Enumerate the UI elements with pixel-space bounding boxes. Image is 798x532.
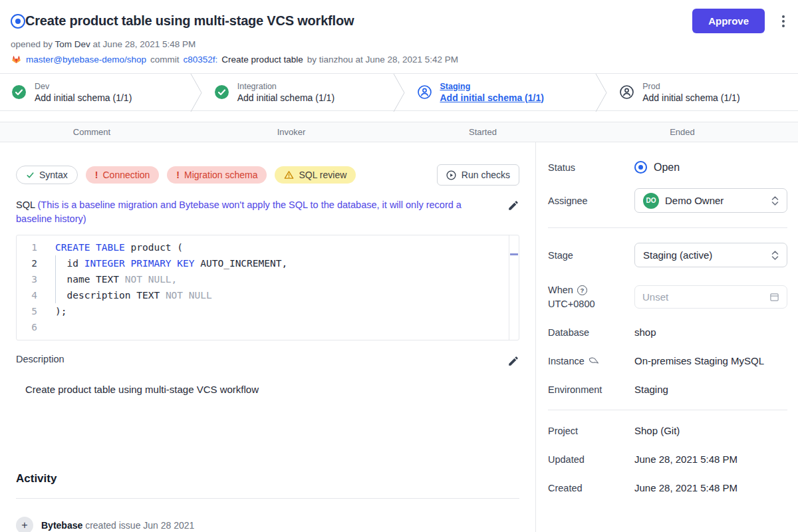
created-value: June 28, 2021 5:48 PM [634, 482, 787, 493]
stage-dev[interactable]: Dev Add initial schema (1/1) [0, 74, 190, 110]
column-header-comment: Comment [0, 127, 184, 137]
assignee-value: Demo Owner [665, 195, 724, 206]
code-token: ); [55, 306, 66, 317]
chevron-updown-icon [771, 196, 779, 206]
sidebar-divider [548, 227, 787, 228]
issue-open-icon-dot [15, 19, 21, 24]
activity-item: + Bytebase created issue Jun 28 2021 [16, 517, 519, 532]
error-exclaim-icon: ! [95, 170, 98, 180]
vcs-commit-meta: by tianzhou at June 28, 2021 5:42 PM [307, 55, 458, 65]
database-row: Database shop [548, 327, 787, 338]
stage-task: Add initial schema (1/1) [642, 92, 739, 104]
help-icon[interactable]: ? [577, 285, 587, 295]
check-badge-syntax[interactable]: Syntax [16, 166, 78, 184]
vcs-branch-repo-link[interactable]: master@bytebase-demo/shop [26, 55, 146, 65]
updated-label: Updated [548, 454, 634, 465]
line-number: 2 [17, 255, 46, 271]
check-badge-migration-schema[interactable]: ! Migration schema [167, 166, 267, 184]
code-token: NOT NULL, [125, 274, 178, 285]
code-line: 3 name TEXT NOT NULL, [17, 271, 509, 287]
check-icon [26, 171, 35, 180]
when-date-input[interactable]: Unset [634, 285, 787, 309]
code-token: name TEXT [55, 274, 125, 285]
stage-name: Prod [642, 81, 739, 92]
stage-integration[interactable]: Integration Add initial schema (1/1) [203, 74, 393, 110]
check-badge-label: Migration schema [184, 170, 258, 180]
sql-editor[interactable]: 1 CREATE TABLE product ( 2 id INTEGER PR… [16, 235, 519, 340]
run-checks-button[interactable]: Run checks [437, 164, 519, 186]
assignee-select[interactable]: DO Demo Owner [634, 188, 787, 213]
sql-baseline-note: (This is a baseline migration and Byteba… [16, 200, 462, 224]
editor-scroll-marker [510, 253, 518, 255]
updated-row: Updated June 28, 2021 5:48 PM [548, 454, 787, 465]
code-token: AUTO_INCREMENT, [195, 258, 288, 269]
vcs-commit-line: master@bytebase-demo/shop commit c80352f… [11, 54, 787, 73]
database-value: shop [634, 327, 787, 338]
stage-done-check-icon [215, 85, 229, 99]
stage-separator [393, 74, 406, 112]
assignee-avatar: DO [643, 193, 659, 209]
stage-done-check-icon [12, 85, 26, 99]
code-token: id [55, 258, 84, 269]
stage-task: Add initial schema (1/1) [35, 92, 132, 104]
chevron-updown-icon [771, 250, 779, 261]
stage-name: Integration [237, 81, 334, 92]
stage-pipeline: Dev Add initial schema (1/1) Integration… [0, 73, 798, 111]
pencil-icon [507, 355, 519, 367]
line-number: 3 [17, 271, 46, 287]
stage-task: Add initial schema (1/1) [237, 92, 334, 104]
column-header-invoker: Invoker [184, 127, 399, 137]
vcs-commit-hash-link[interactable]: c80352f: [184, 55, 218, 65]
project-value: Shop (Git) [634, 425, 787, 436]
assignee-row: Assignee DO Demo Owner [548, 188, 787, 213]
status-open-icon [634, 161, 647, 174]
stage-separator [595, 74, 608, 112]
code-token: CREATE TABLE [55, 242, 125, 253]
database-label: Database [548, 327, 634, 338]
line-number: 4 [17, 287, 46, 303]
instance-row: Instance On-premises Staging MySQL [548, 355, 787, 366]
code-line: 1 CREATE TABLE product ( [17, 239, 509, 255]
sql-section-header: SQL (This is a baseline migration and By… [16, 198, 519, 226]
stage-active-person-icon [418, 85, 432, 99]
assignee-label: Assignee [548, 196, 634, 206]
approve-button[interactable]: Approve [692, 9, 765, 33]
check-badge-connection[interactable]: ! Connection [86, 166, 160, 184]
vcs-commit-word: commit [150, 55, 180, 65]
page-title: Create product table using multi-stage V… [25, 13, 354, 29]
line-number: 1 [17, 239, 46, 255]
stage-name: Staging [440, 81, 544, 92]
run-checks-label: Run checks [462, 170, 510, 180]
environment-value: Staging [634, 384, 787, 395]
edit-sql-button[interactable] [507, 198, 519, 213]
when-label: When [548, 285, 573, 295]
issue-open-icon [11, 14, 25, 29]
mysql-dolphin-icon [589, 356, 599, 365]
check-badge-label: SQL review [299, 170, 346, 180]
issue-sidebar: Status Open Assignee DO Demo Owner Stage… [535, 142, 798, 532]
status-row: Status Open [548, 161, 787, 174]
code-line: 5 ); [17, 303, 509, 319]
created-label: Created [548, 483, 634, 493]
code-token: NOT NULL [166, 290, 212, 301]
description-label: Description [16, 354, 65, 364]
edit-description-button[interactable] [507, 354, 519, 369]
stage-staging[interactable]: Staging Add initial schema (1/1) [406, 74, 596, 110]
kebab-menu-icon[interactable] [779, 13, 787, 30]
task-table-header: Comment Invoker Started Ended [0, 122, 798, 142]
code-line: 2 id INTEGER PRIMARY KEY AUTO_INCREMENT, [17, 255, 509, 271]
sql-label: SQL [16, 200, 35, 210]
stage-name: Dev [35, 81, 132, 92]
stage-select[interactable]: Staging (active) [634, 243, 787, 267]
status-label: Status [548, 162, 634, 173]
stage-prod[interactable]: Prod Add initial schema (1/1) [608, 74, 798, 110]
code-token: description TEXT [55, 290, 166, 301]
editor-scrollbar[interactable] [509, 235, 519, 340]
sidebar-divider [548, 410, 787, 410]
check-badge-sql-review[interactable]: SQL review [275, 166, 356, 184]
code-token: product ( [125, 242, 183, 253]
updated-value: June 28, 2021 5:48 PM [634, 454, 787, 465]
code-token: INTEGER PRIMARY KEY [84, 258, 195, 269]
warning-triangle-icon [284, 170, 294, 180]
when-row: When ? UTC+0800 Unset [548, 285, 787, 309]
